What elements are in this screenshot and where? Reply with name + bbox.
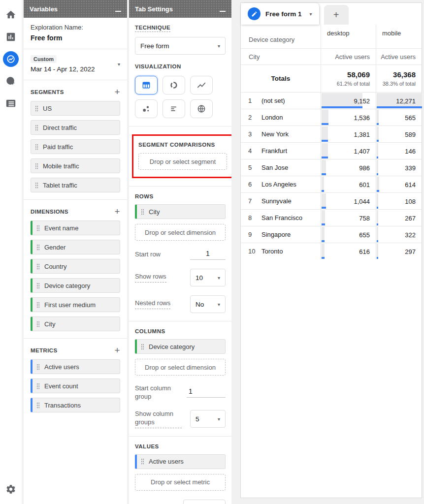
advertising-icon[interactable]	[0, 72, 22, 90]
table-row[interactable]: 5San Jose986339	[241, 159, 422, 176]
table-row[interactable]: 1(not set)9,15212,271	[241, 92, 422, 109]
rows-dimension-dropzone[interactable]: Drop or select dimension	[135, 224, 226, 241]
chip-tablet-traffic[interactable]: Tablet traffic	[31, 178, 120, 192]
cell-bar-blue	[377, 190, 379, 192]
tab-free-form-1[interactable]: Free form 1 ▾	[241, 3, 319, 25]
home-icon[interactable]	[0, 6, 22, 24]
chip-direct-traffic[interactable]: Direct traffic	[31, 120, 120, 135]
technique-select[interactable]: Free form ▾	[135, 37, 226, 55]
drag-handle-icon[interactable]	[35, 163, 38, 169]
add-tab-button[interactable]: +	[324, 5, 349, 25]
drag-handle-icon[interactable]	[36, 283, 40, 289]
chip-active-users[interactable]: Active users	[135, 454, 226, 469]
viz-table-icon[interactable]	[135, 76, 158, 94]
collapse-variables-icon[interactable]	[115, 11, 121, 12]
chip-country[interactable]: Country	[31, 259, 120, 274]
viz-geo-map-icon[interactable]	[190, 99, 213, 118]
show-column-groups-select[interactable]: 5 ▾	[190, 410, 226, 428]
table-row[interactable]: 3New York1,381589	[241, 126, 422, 142]
chip-event-name[interactable]: Event name	[31, 220, 120, 235]
add-segment-button[interactable]: +	[115, 87, 121, 96]
viz-line-chart-icon[interactable]	[190, 76, 213, 94]
cell-bar-blue	[377, 257, 378, 259]
chip-us[interactable]: US	[31, 101, 120, 116]
drag-handle-icon[interactable]	[36, 402, 40, 409]
date-range-picker[interactable]: Custom Mar 14 - Apr 12, 2022 ▾	[31, 55, 120, 73]
chip-device-category[interactable]: Device category	[135, 339, 226, 354]
chip-paid-traffic[interactable]: Paid traffic	[31, 139, 120, 154]
explore-active-bubble	[3, 51, 19, 67]
segment-dropzone[interactable]: Drop or select segment	[138, 153, 227, 170]
nested-rows-select[interactable]: No ▾	[190, 295, 226, 313]
tab-label: Free form 1	[265, 10, 302, 18]
drag-handle-icon[interactable]	[36, 225, 40, 231]
table-row[interactable]: 9Singapore655322	[241, 226, 422, 243]
cell-bar-gray	[377, 110, 379, 123]
exploration-name-value[interactable]: Free form	[31, 34, 120, 42]
edit-pencil-icon	[248, 7, 261, 20]
chip-gender[interactable]: Gender	[31, 240, 120, 254]
drag-handle-icon[interactable]	[141, 458, 144, 465]
chip-city[interactable]: City	[31, 316, 120, 331]
cell-bar-blue	[377, 140, 379, 142]
drag-handle-icon[interactable]	[35, 125, 38, 131]
start-column-group-input[interactable]: 1	[187, 387, 226, 398]
table-row[interactable]: 8San Francisco758267	[241, 209, 422, 226]
chip-first-user-medium[interactable]: First user medium	[31, 297, 120, 312]
metric-header-desktop[interactable]: Active users	[321, 49, 376, 64]
chip-event-count[interactable]: Event count	[31, 378, 120, 393]
drag-handle-icon[interactable]	[36, 263, 40, 270]
chip-mobile-traffic[interactable]: Mobile traffic	[31, 158, 120, 173]
viz-bar-chart-icon[interactable]	[163, 99, 185, 118]
table-row[interactable]: 2London1,536565	[241, 109, 422, 126]
drag-handle-icon[interactable]	[36, 321, 40, 327]
columns-label: COLUMNS	[135, 328, 165, 334]
cell-bar-gray	[322, 210, 325, 223]
show-rows-select[interactable]: 10 ▾	[190, 269, 226, 286]
add-dimension-button[interactable]: +	[115, 207, 121, 216]
chip-city[interactable]: City	[135, 204, 226, 219]
metric-header-mobile[interactable]: Active users	[376, 49, 422, 64]
chip-transactions[interactable]: Transactions	[31, 398, 120, 412]
drag-handle-icon[interactable]	[36, 364, 40, 370]
settings-gear-icon[interactable]	[0, 480, 22, 498]
chip-active-users[interactable]: Active users	[31, 359, 120, 374]
values-metric-dropzone[interactable]: Drop or select metric	[135, 474, 226, 491]
drag-handle-icon[interactable]	[141, 209, 144, 215]
row-dimension-header[interactable]: City	[241, 49, 321, 64]
table-row[interactable]: 4Frankfurt1,407146	[241, 142, 422, 159]
cell-type-select[interactable]: Bar ch... ▾	[183, 500, 226, 504]
cell-value: 322	[405, 231, 416, 238]
drag-handle-icon[interactable]	[141, 344, 144, 350]
drag-handle-icon[interactable]	[36, 383, 40, 389]
collapse-tab-settings-icon[interactable]	[220, 11, 226, 12]
chip-label: Device category	[149, 343, 195, 350]
drag-handle-icon[interactable]	[35, 182, 38, 189]
chip-device-category[interactable]: Device category	[31, 278, 120, 293]
drag-handle-icon[interactable]	[35, 105, 38, 112]
technique-label: TECHNIQUE	[135, 25, 170, 32]
columns-dimension-dropzone[interactable]: Drop or select dimension	[135, 359, 226, 376]
cell-bar-gray	[322, 193, 326, 207]
column-header-desktop[interactable]: desktop	[321, 25, 376, 48]
cell-bar-gray	[377, 227, 378, 240]
table-row[interactable]: 7Sunnyvale1,044108	[241, 192, 422, 209]
drag-handle-icon[interactable]	[36, 302, 40, 308]
explore-icon[interactable]	[0, 50, 22, 68]
chip-label: US	[43, 105, 52, 112]
column-header-mobile[interactable]: mobile	[376, 25, 422, 48]
row-rank: 2	[241, 114, 261, 121]
cell-bar-blue	[322, 106, 362, 108]
add-metric-button[interactable]: +	[115, 346, 121, 355]
viz-donut-chart-icon[interactable]	[163, 76, 185, 94]
cell-value: 267	[405, 214, 416, 221]
reports-icon[interactable]	[0, 28, 22, 46]
start-column-group-label: Start column group	[135, 384, 182, 401]
start-row-input[interactable]: 1	[190, 250, 226, 260]
table-row[interactable]: 10Toronto616297	[241, 243, 422, 259]
library-icon[interactable]	[0, 94, 22, 112]
table-row[interactable]: 6Los Angeles601614	[241, 176, 422, 192]
drag-handle-icon[interactable]	[36, 244, 40, 251]
viz-scatter-chart-icon[interactable]	[135, 99, 158, 118]
drag-handle-icon[interactable]	[35, 144, 38, 150]
